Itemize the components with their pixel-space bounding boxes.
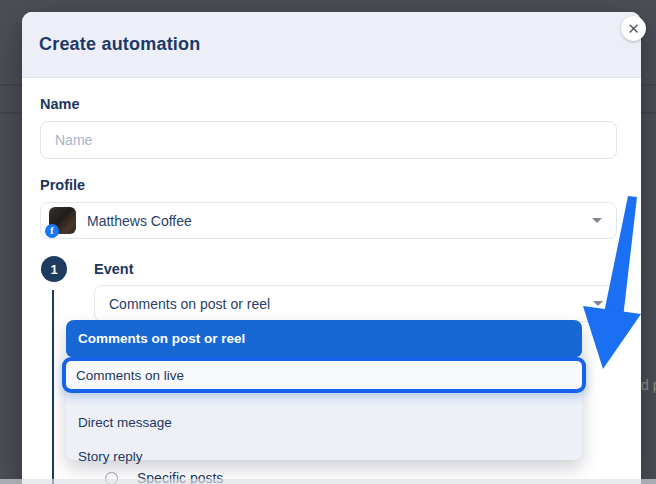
event-select-value: Comments on post or reel xyxy=(109,296,593,312)
step-connector-line xyxy=(52,290,54,484)
facebook-icon: f xyxy=(45,224,59,238)
dropdown-option-comments-post-reel[interactable]: Comments on post or reel xyxy=(66,320,582,357)
close-icon[interactable]: ✕ xyxy=(621,16,646,41)
name-label: Name xyxy=(40,96,80,112)
profile-avatar: f xyxy=(49,207,76,234)
chevron-down-icon xyxy=(592,218,602,223)
profile-select-value: Matthews Coffee xyxy=(87,213,592,229)
event-label: Event xyxy=(94,261,134,277)
chevron-down-icon xyxy=(593,301,603,306)
profile-label: Profile xyxy=(40,177,85,193)
viewport-bottom-edge xyxy=(0,479,656,484)
step-number-badge: 1 xyxy=(41,256,67,282)
name-input[interactable] xyxy=(40,121,617,159)
modal-header: Create automation xyxy=(22,12,641,78)
screen: d p Create automation Name Profile f Mat… xyxy=(0,0,656,484)
dropdown-option-comments-on-live[interactable]: Comments on live xyxy=(62,357,586,393)
dropdown-option-direct-message[interactable]: Direct message xyxy=(66,405,582,439)
modal-title: Create automation xyxy=(39,34,200,55)
dropdown-option-story-reply[interactable]: Story reply xyxy=(66,439,582,473)
event-select[interactable]: Comments on post or reel xyxy=(94,285,618,322)
profile-select[interactable]: f Matthews Coffee xyxy=(40,202,617,239)
dimmed-background-text: d p xyxy=(641,377,656,393)
